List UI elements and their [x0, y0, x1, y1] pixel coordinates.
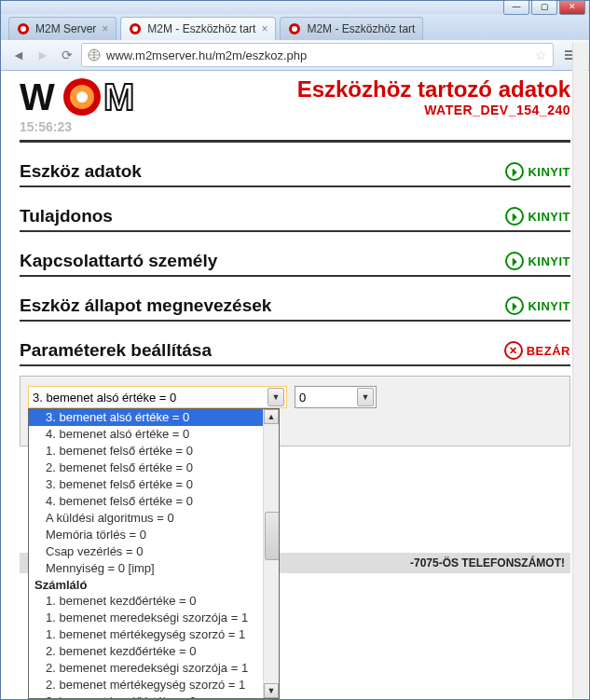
device-name: WATER_DEV_154_240 [169, 103, 570, 117]
bookmark-star-icon[interactable]: ☆ [535, 48, 547, 62]
dropdown-option[interactable]: 1. bemenet mértékegység szorzó = 1 [29, 626, 279, 643]
svg-text:M: M [103, 76, 134, 117]
section-title: Paraméterek beállítása [20, 340, 212, 361]
browser-tab-0[interactable]: M2M Server × [8, 17, 117, 40]
forward-button[interactable]: ► [33, 45, 53, 65]
section-action-label: BEZÁR [527, 344, 570, 358]
chevron-down-icon: ▼ [268, 388, 284, 406]
dropdown-option[interactable]: 2. bemenet felső értéke = 0 [29, 460, 279, 476]
close-circle-icon: ✕ [504, 341, 523, 360]
dropdown-option[interactable]: Mennyiség = 0 [imp] [29, 560, 279, 577]
dropdown-option[interactable]: 3. bemenet alsó értéke = 0 [29, 409, 279, 426]
dropdown-option[interactable]: 2. bemenet meredekségi szorzója = 1 [29, 660, 279, 677]
window-close-button[interactable]: ✕ [559, 0, 585, 15]
tab-title: M2M - Eszközhöz tart [147, 22, 255, 35]
section-action-label: KINYIT [528, 299, 570, 313]
open-circle-icon: ⏵ [505, 296, 524, 315]
parameter-value-select[interactable]: 0 ▼ [295, 386, 377, 408]
chevron-down-icon: ▼ [357, 388, 374, 406]
tab-close-icon[interactable]: × [102, 22, 108, 35]
favicon-icon [288, 22, 301, 35]
favicon-icon [129, 22, 142, 35]
open-circle-icon: ⏵ [505, 207, 524, 226]
scroll-up-icon[interactable]: ▲ [264, 409, 279, 424]
dropdown-option[interactable]: 3. bemenet felső értéke = 0 [29, 476, 279, 493]
parameter-select-value: 3. bemenet alsó értéke = 0 [33, 391, 176, 405]
page-title: Eszközhöz tartozó adatok [169, 76, 570, 103]
svg-point-1 [21, 26, 26, 32]
tab-title: M2M - Eszközhöz tart [307, 22, 415, 35]
parameter-panel: 3. bemenet alsó értéke = 0 ▼ 0 ▼ 3. beme… [20, 376, 570, 446]
open-circle-icon: ⏵ [505, 252, 524, 270]
window-minimize-button[interactable]: — [503, 0, 529, 15]
window-maximize-button[interactable]: ▢ [531, 0, 557, 15]
dropdown-option[interactable]: 2. bemenet kezdőértéke = 0 [29, 643, 279, 660]
dropdown-option[interactable]: 1. bemenet meredekségi szorzója = 1 [29, 610, 279, 626]
svg-point-10 [76, 91, 88, 103]
reload-button[interactable]: ⟳ [57, 45, 77, 65]
dropdown-option[interactable]: 4. bemenet felső értéke = 0 [29, 493, 279, 510]
scroll-thumb[interactable] [265, 512, 280, 560]
dropdown-option[interactable]: Csap vezérlés = 0 [29, 543, 279, 560]
section-action-label: KINYIT [528, 210, 570, 224]
favicon-icon [17, 22, 30, 35]
svg-point-5 [292, 26, 297, 32]
dropdown-option[interactable]: 1. bemenet felső értéke = 0 [29, 443, 279, 460]
section-title: Eszköz adatok [20, 161, 142, 182]
section-row: Eszköz állapot megnevezések⏵KINYIT [20, 295, 570, 322]
scroll-down-icon[interactable]: ▼ [264, 683, 279, 698]
section-open-button[interactable]: ⏵KINYIT [505, 207, 570, 226]
browser-toolbar: ◄ ► ⟳ www.m2mserver.hu/m2m/eszkoz.php ☆ [1, 40, 589, 71]
dropdown-option[interactable]: A küldési algoritmus = 0 [29, 510, 279, 527]
section-action-label: KINYIT [528, 165, 570, 179]
svg-text:W: W [20, 76, 55, 117]
section-title: Kapcsolattartó személy [20, 251, 217, 271]
tab-close-icon[interactable]: × [261, 22, 268, 35]
dropdown-scrollbar[interactable]: ▲ ▼ [263, 409, 279, 698]
header-divider [20, 140, 570, 143]
dropdown-option[interactable]: 1. bemenet kezdőértéke = 0 [29, 593, 279, 610]
dropdown-option[interactable]: Memória törlés = 0 [29, 527, 279, 543]
dropdown-option[interactable]: 3. bemenet kezdőértéke = 0 [29, 693, 279, 699]
tab-strip: M2M Server × M2M - Eszközhöz tart × M2M … [1, 14, 589, 40]
section-title: Eszköz állapot megnevezések [20, 295, 271, 316]
dropdown-group-label: Számláló [29, 577, 279, 593]
parameter-dropdown-list[interactable]: 3. bemenet alsó értéke = 04. bemenet als… [28, 408, 280, 699]
tab-title: M2M Server [35, 22, 96, 35]
browser-tab-1[interactable]: M2M - Eszközhöz tart × [120, 17, 276, 40]
section-row: Paraméterek beállítása✕BEZÁR [20, 340, 570, 366]
parameter-value-text: 0 [299, 391, 306, 405]
address-bar[interactable]: www.m2mserver.hu/m2m/eszkoz.php ☆ [81, 43, 554, 67]
dropdown-option[interactable]: 4. bemenet alsó értéke = 0 [29, 426, 279, 443]
section-title: Tulajdonos [20, 206, 113, 226]
svg-point-3 [132, 26, 138, 32]
section-close-button[interactable]: ✕BEZÁR [504, 341, 570, 360]
section-open-button[interactable]: ⏵KINYIT [505, 252, 570, 270]
section-row: Tulajdonos⏵KINYIT [20, 206, 570, 232]
open-circle-icon: ⏵ [505, 162, 524, 181]
section-open-button[interactable]: ⏵KINYIT [505, 296, 570, 315]
globe-icon [88, 48, 101, 62]
url-text: www.m2mserver.hu/m2m/eszkoz.php [106, 48, 535, 62]
back-button[interactable]: ◄ [8, 45, 29, 65]
dropdown-option[interactable]: 2. bemenet mértékegység szorzó = 1 [29, 677, 279, 693]
section-action-label: KINYIT [528, 254, 570, 268]
window-titlebar: — ▢ ✕ [1, 1, 589, 14]
section-row: Eszköz adatok⏵KINYIT [20, 161, 570, 187]
section-row: Kapcsolattartó személy⏵KINYIT [20, 251, 570, 277]
app-logo: W M [20, 76, 169, 119]
timestamp: 15:56:23 [20, 119, 169, 134]
section-open-button[interactable]: ⏵KINYIT [505, 162, 570, 181]
browser-tab-2[interactable]: M2M - Eszközhöz tart [280, 17, 423, 40]
parameter-select[interactable]: 3. bemenet alsó értéke = 0 ▼ [28, 386, 287, 408]
